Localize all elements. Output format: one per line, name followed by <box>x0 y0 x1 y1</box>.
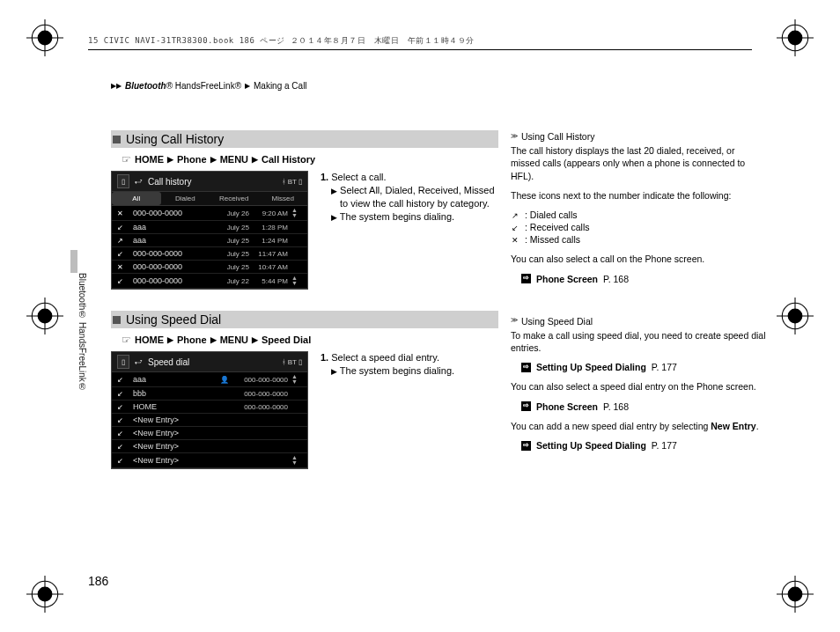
phone-icon: ↙ <box>117 390 129 398</box>
nav-step: HOME <box>135 154 164 165</box>
breadcrumb-item: Bluetooth <box>125 81 166 91</box>
screen-title: Speed dial <box>148 357 189 367</box>
entry-name: <New Entry> <box>133 429 210 437</box>
list-item[interactable]: ↙HOME000-000-0000 <box>112 401 307 414</box>
call-time: 1:24 PM <box>253 237 288 245</box>
entry-number: 000-000-0000 <box>239 403 288 411</box>
tab-all[interactable]: All <box>112 192 161 205</box>
call-name: 000-000-0000 <box>133 262 212 271</box>
bluetooth-status-icon: ᚼBT▯ <box>282 178 302 186</box>
registration-mark-icon <box>26 19 63 56</box>
triangle-right-icon: ▶ <box>331 187 337 195</box>
legend-text: : Received calls <box>525 221 590 233</box>
call-type-icon: ✕ <box>117 263 129 271</box>
nav-step: HOME <box>135 334 164 345</box>
list-item[interactable]: ↙aaa👤000-000-0000▲▼ <box>112 372 307 387</box>
list-item[interactable]: ↙000-000-0000July 225:44 PM▲▼ <box>112 274 307 289</box>
entry-number: 000-000-0000 <box>239 376 288 384</box>
phone-icon: ↙ <box>117 416 129 424</box>
cross-reference: ⇨ Setting Up Speed Dialing P. 177 <box>521 361 766 373</box>
tab-dialed[interactable]: Dialed <box>161 192 210 205</box>
list-item[interactable]: ↙<New Entry> <box>112 440 307 453</box>
received-icon: ↙ <box>511 223 519 231</box>
ref-label: Phone Screen <box>536 273 598 285</box>
list-item[interactable]: ↙<New Entry> <box>112 427 307 440</box>
cross-reference: ⇨ Setting Up Speed Dialing P. 177 <box>521 439 766 452</box>
list-item[interactable]: ↙000-000-0000July 2511:47 AM <box>112 247 307 261</box>
link-box-icon: ⇨ <box>521 363 531 372</box>
triangle-right-icon: ▶ <box>167 335 173 344</box>
triangle-right-icon: ▶ <box>167 155 173 164</box>
instructions-call-history: 1. Select a call. ▶ Select All, Dialed, … <box>321 171 498 223</box>
section-title-text: Using Call History <box>126 132 224 146</box>
ref-page: P. 168 <box>603 401 629 413</box>
tab-missed[interactable]: Missed <box>259 192 308 205</box>
ref-label: Setting Up Speed Dialing <box>536 439 646 452</box>
voice-tag-icon: 👤 <box>214 376 235 384</box>
icon-legend: ↗: Dialed calls ↙: Received calls ✕: Mis… <box>511 209 766 246</box>
ref-page: P. 177 <box>652 439 677 452</box>
legend-text: : Dialed calls <box>525 209 578 221</box>
call-type-icon: ↗ <box>117 237 129 245</box>
section-title-call-history: Using Call History <box>111 130 498 148</box>
square-bullet-icon <box>113 316 121 324</box>
registration-mark-icon <box>26 576 63 613</box>
call-type-icon: ↙ <box>117 224 129 231</box>
section-title-speed-dial: Using Speed Dial <box>111 311 498 328</box>
registration-mark-icon <box>26 298 63 334</box>
phone-icon: ↙ <box>117 403 129 411</box>
list-item[interactable]: ↗aaaJuly 251:24 PM <box>112 234 307 247</box>
note-text: The call history displays the last 20 di… <box>511 144 766 182</box>
registered-mark: ® <box>166 81 173 91</box>
back-button[interactable]: ▯ <box>117 355 129 369</box>
cross-reference: ⇨ Phone Screen P. 168 <box>521 401 766 413</box>
nav-path: ☞ HOME ▶ Phone ▶ MENU ▶ Call History <box>122 153 498 165</box>
page: 15 CIVIC NAVI-31TR38300.book 186 ページ ２０１… <box>0 0 840 632</box>
speed-dial-list: ↙aaa👤000-000-0000▲▼ ↙bbb000-000-0000 ↙HO… <box>112 372 307 468</box>
phone-icon: ↙ <box>117 430 129 437</box>
dialed-icon: ↗ <box>511 210 519 219</box>
tab-received[interactable]: Received <box>210 192 259 205</box>
back-button[interactable]: ▯ <box>117 174 129 188</box>
breadcrumb-item: HandsFreeLink® <box>175 81 241 91</box>
note-text: These icons next to the number indicate … <box>511 189 766 202</box>
step-text: Select a call. <box>331 172 386 182</box>
call-date: July 22 <box>216 277 249 285</box>
legend-text: : Missed calls <box>525 233 580 246</box>
call-time: 11:47 AM <box>253 250 288 258</box>
nav-step: Call History <box>262 154 315 165</box>
note-title-text: Using Call History <box>521 130 594 143</box>
call-time: 5:44 PM <box>253 277 288 285</box>
list-item[interactable]: ↙<New Entry>▲▼ <box>112 453 307 468</box>
section-title-text: Using Speed Dial <box>126 312 221 327</box>
entry-name: <New Entry> <box>133 456 210 465</box>
step-text: Select All, Dialed, Received, Missed to … <box>340 185 495 209</box>
chevron-right-icon: ▶ <box>245 82 250 90</box>
entry-name: <New Entry> <box>133 415 210 424</box>
nav-step: MENU <box>220 334 248 345</box>
call-type-icon: ↙ <box>117 277 129 285</box>
instructions-speed-dial: 1. Select a speed dial entry. ▶ The syst… <box>321 351 498 378</box>
square-bullet-icon <box>113 136 121 143</box>
list-item[interactable]: ↙aaaJuly 251:28 PM <box>112 221 307 234</box>
call-time: 9:20 AM <box>253 209 288 217</box>
call-name: aaa <box>133 236 212 245</box>
list-item[interactable]: ↙<New Entry> <box>112 414 307 427</box>
list-item[interactable]: ↙bbb000-000-0000 <box>112 387 307 401</box>
triangle-right-icon: ▶ <box>252 155 258 164</box>
content: Using Call History ☞ HOME ▶ Phone ▶ MENU… <box>111 130 763 469</box>
note-text: You can add a new speed dial entry by se… <box>511 420 766 432</box>
right-column: ≫ Using Call History The call history di… <box>511 130 766 469</box>
list-item[interactable]: ✕000-000-0000July 2510:47 AM <box>112 261 307 274</box>
screen-title: Call history <box>148 177 191 187</box>
link-box-icon: ⇨ <box>521 401 531 411</box>
call-name: 000-000-0000 <box>133 276 212 285</box>
call-date: July 25 <box>216 250 249 258</box>
call-date: July 25 <box>216 237 249 245</box>
step-text: Select a speed dial entry. <box>331 352 439 363</box>
list-item[interactable]: ✕000-000-0000July 269:20 AM▲▼ <box>112 206 307 221</box>
chevron-icon: ≫ <box>511 132 518 142</box>
call-type-icon: ✕ <box>117 209 129 217</box>
call-date: July 25 <box>216 224 249 231</box>
chevron-icon: ≫ <box>511 316 518 326</box>
